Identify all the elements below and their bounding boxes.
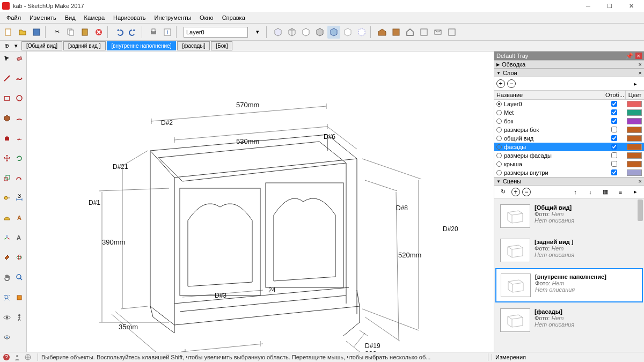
layers-col-visible[interactable]: Отоб... [604, 91, 626, 99]
menu-file[interactable]: Файл [2, 13, 25, 22]
copy-button[interactable] [64, 26, 77, 39]
layer-visible-checkbox[interactable] [611, 101, 617, 107]
print-button[interactable] [147, 26, 160, 39]
close-button[interactable]: ✕ [620, 0, 642, 12]
scene-tab-menu[interactable]: ▾ [12, 42, 20, 50]
layer-add-button[interactable]: + [496, 79, 505, 88]
position-camera-tool[interactable] [1, 331, 13, 343]
scene-tab-4[interactable]: [Бок] [211, 41, 232, 50]
new-button[interactable] [2, 26, 15, 39]
scenes-panel-header[interactable]: ▼Сцены × [494, 177, 644, 186]
user-icon[interactable] [13, 353, 21, 361]
redo-button[interactable] [127, 26, 140, 39]
layer-color-swatch[interactable] [627, 152, 642, 159]
style-shaded-button[interactable] [313, 26, 326, 39]
eraser-tool[interactable] [13, 53, 25, 64]
zoom-tool[interactable] [13, 271, 25, 283]
paste-button[interactable] [78, 26, 91, 39]
ext-button[interactable] [418, 26, 430, 39]
style-xray-button[interactable] [355, 26, 368, 39]
followme-tool[interactable] [13, 172, 25, 184]
scene-view-button[interactable]: ▦ [599, 186, 612, 198]
section-tool[interactable] [13, 292, 25, 304]
polygon-tool[interactable] [1, 112, 13, 124]
style-iso-button[interactable] [272, 26, 284, 39]
freehand-tool[interactable] [13, 72, 25, 84]
tray-close-icon[interactable]: × [635, 53, 642, 59]
layer-visible-checkbox[interactable] [611, 169, 617, 175]
undo-button[interactable] [113, 26, 126, 39]
outline-close-icon[interactable]: × [639, 61, 642, 68]
pan-tool[interactable] [1, 271, 13, 283]
layers-close-icon[interactable]: × [639, 70, 642, 76]
scene-refresh-button[interactable]: ↻ [496, 186, 509, 198]
layers-col-color[interactable]: Цвет [626, 91, 644, 99]
3dtext-tool[interactable]: A [13, 232, 25, 243]
circle-tool[interactable] [13, 92, 25, 104]
layer-active-radio[interactable] [496, 161, 502, 167]
layer-row[interactable]: крыша [494, 160, 644, 168]
scene-menu-button[interactable]: ▸ [629, 186, 642, 198]
protractor-tool[interactable] [1, 212, 13, 224]
rotate-tool[interactable] [13, 152, 25, 164]
home-button[interactable] [404, 26, 416, 39]
layer-row[interactable]: размеры бок [494, 125, 644, 134]
style-mono-button[interactable] [341, 26, 354, 39]
layer-active-radio[interactable] [496, 136, 502, 141]
open-button[interactable] [16, 26, 29, 39]
layer-row[interactable]: Met [494, 108, 644, 117]
save-button[interactable] [30, 26, 43, 39]
viewport[interactable]: D#2 570mm 530mm D#6 D#21 D#1 390mm D#8 D… [27, 51, 494, 352]
scene-remove-button[interactable]: − [522, 188, 531, 196]
layer-visible-checkbox[interactable] [611, 144, 617, 150]
menu-edit[interactable]: Изменить [25, 13, 61, 22]
layer-active-radio[interactable] [496, 110, 502, 115]
layer-color-swatch[interactable] [627, 101, 642, 107]
tape-tool[interactable] [1, 192, 13, 204]
layer-selector[interactable] [184, 27, 248, 38]
scene-add-button[interactable]: + [511, 188, 520, 196]
layer-color-swatch[interactable] [627, 144, 642, 150]
scene-tab-1[interactable]: [задний вид ] [63, 41, 106, 50]
menu-window[interactable]: Окно [195, 13, 218, 22]
layer-color-swatch[interactable] [627, 135, 642, 142]
scene-down-button[interactable]: ↓ [584, 186, 597, 198]
layer-visible-checkbox[interactable] [611, 161, 617, 167]
paint-tool[interactable] [1, 252, 13, 263]
send-button[interactable] [431, 26, 444, 39]
layer-visible-checkbox[interactable] [611, 135, 617, 141]
rectangle-tool[interactable] [1, 92, 13, 104]
scenes-scrollbar[interactable] [638, 200, 643, 221]
scene-item[interactable]: [задний вид ] Фото: Нет Нет описания [495, 234, 643, 267]
outline-panel-header[interactable]: ▶Обводка × [494, 60, 644, 69]
menu-tools[interactable]: Инструменты [150, 13, 195, 22]
scene-up-button[interactable]: ↑ [569, 186, 582, 198]
scene-tab-add[interactable]: ⊕ [2, 42, 11, 50]
line-tool[interactable] [1, 72, 13, 84]
walk-tool[interactable] [13, 312, 25, 323]
tray-header[interactable]: Default Tray 📌 × [494, 51, 644, 60]
layers-panel-header[interactable]: ▼Слои × [494, 69, 644, 77]
layer-color-swatch[interactable] [627, 127, 642, 133]
offset-tool[interactable] [13, 132, 25, 144]
dimension-tool[interactable]: 3 [13, 192, 25, 204]
menu-view[interactable]: Вид [61, 13, 80, 22]
layer-row[interactable]: фасады [494, 143, 644, 151]
zoomextents-tool[interactable] [1, 292, 13, 304]
layer-color-swatch[interactable] [627, 169, 642, 176]
layer-visible-checkbox[interactable] [611, 127, 617, 132]
layer-active-radio[interactable] [496, 170, 502, 175]
pushpull-tool[interactable] [1, 132, 13, 144]
layer-color-swatch[interactable] [627, 118, 642, 124]
layer-active-radio[interactable] [496, 144, 502, 150]
select-tool[interactable] [1, 53, 13, 64]
layer-color-swatch[interactable] [627, 109, 642, 116]
scene-list-button[interactable]: ≡ [614, 186, 627, 198]
menu-help[interactable]: Справка [218, 13, 250, 22]
move-tool[interactable] [1, 152, 13, 164]
scene-item[interactable]: [Общий вид] Фото: Нет Нет описания [495, 200, 643, 233]
style-shaded-tex-button[interactable] [327, 26, 340, 39]
layer-row[interactable]: размеры внутри [494, 168, 644, 177]
scale-tool[interactable] [1, 172, 13, 184]
menu-camera[interactable]: Камера [80, 13, 109, 22]
